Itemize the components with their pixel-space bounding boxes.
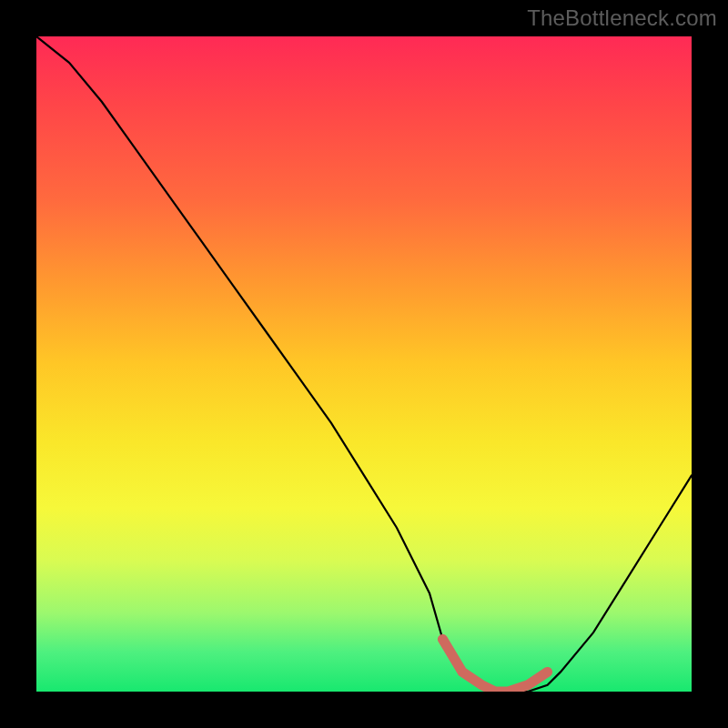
watermark-text: TheBottleneck.com — [527, 5, 717, 31]
optimal-zone-highlight — [442, 639, 547, 692]
curve-svg — [36, 36, 692, 692]
plot-area — [36, 36, 692, 692]
bottleneck-curve-line — [36, 36, 692, 692]
chart-frame: TheBottleneck.com — [0, 0, 728, 728]
